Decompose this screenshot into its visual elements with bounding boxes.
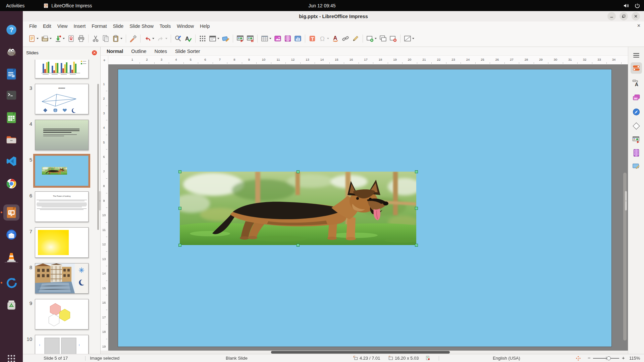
new-button[interactable] — [27, 34, 40, 44]
insert-image-button[interactable] — [273, 34, 283, 44]
menu-help[interactable]: Help — [197, 22, 213, 30]
horizontal-scrollbar-track[interactable] — [101, 351, 628, 354]
start-current-slide-button[interactable] — [245, 34, 255, 44]
redo-dropdown-icon[interactable] — [165, 38, 167, 39]
sidebar-master-slides-button[interactable] — [631, 161, 642, 172]
export-pdf-button[interactable] — [66, 34, 76, 44]
selection-handle[interactable] — [178, 244, 181, 247]
language-status[interactable]: English (USA) — [469, 356, 544, 361]
menu-edit[interactable]: Edit — [40, 22, 54, 30]
special-character-button[interactable]: Ω — [317, 34, 330, 44]
open-dropdown-icon[interactable] — [50, 38, 52, 39]
insert-chart-button[interactable] — [293, 34, 303, 44]
slide-thumbnail-4[interactable]: 4 — [23, 120, 100, 151]
duplicate-slide-button[interactable] — [378, 34, 388, 44]
selected-image[interactable] — [180, 172, 416, 245]
slide-thumbnail-7[interactable]: 7 — [23, 227, 100, 258]
activities-button[interactable]: Activities — [0, 0, 31, 11]
slide-thumbnail-10[interactable]: 10II — [23, 335, 100, 354]
redo-button[interactable] — [156, 34, 169, 44]
sidebar-shapes-button[interactable] — [631, 120, 642, 132]
table-dropdown-icon[interactable] — [269, 38, 271, 39]
slide-thumbnail-preview[interactable]: ###### — [35, 84, 89, 114]
sidebar-properties-button[interactable] — [631, 62, 642, 74]
start-first-slide-button[interactable] — [235, 34, 245, 44]
display-grid-button[interactable] — [198, 34, 208, 44]
draw-functions-button[interactable] — [351, 34, 361, 44]
menu-format[interactable]: Format — [89, 22, 110, 30]
slide-layout-status[interactable]: Blank Slide — [226, 356, 248, 361]
open-button[interactable] — [40, 34, 53, 44]
save-dropdown-icon[interactable] — [63, 38, 65, 39]
slide-layout-button[interactable] — [402, 34, 416, 44]
zoom-slider-thumb[interactable] — [607, 356, 611, 360]
power-icon[interactable] — [635, 3, 640, 8]
undo-dropdown-icon[interactable] — [152, 38, 154, 39]
save-button[interactable] — [53, 34, 66, 44]
restore-button[interactable] — [620, 12, 628, 20]
fit-slide-icon[interactable] — [576, 356, 581, 362]
sidebar-slide-transition-button[interactable] — [631, 134, 642, 145]
slide-thumbnail-preview[interactable] — [35, 299, 89, 329]
print-button[interactable] — [76, 34, 86, 44]
sidebar-animation-button[interactable] — [631, 147, 642, 159]
find-replace-button[interactable] — [173, 34, 183, 44]
slide-thumbnail-preview[interactable] — [35, 227, 89, 258]
dock-item-thunderbird[interactable] — [3, 227, 19, 243]
dock-item-trash[interactable] — [3, 297, 19, 313]
dock-item-updater[interactable] — [3, 275, 19, 291]
close-button[interactable] — [632, 12, 640, 20]
slide-thumbnail-8[interactable]: 8 — [23, 263, 100, 294]
display-views-button[interactable] — [208, 34, 221, 44]
menu-slide[interactable]: Slide — [110, 22, 126, 30]
spelling-button[interactable]: A — [183, 34, 193, 44]
undo-button[interactable] — [143, 34, 156, 44]
selection-handle[interactable] — [178, 170, 181, 173]
horizontal-ruler[interactable]: + 12345678910111213141516171819202122232… — [101, 56, 628, 65]
paste-button[interactable] — [111, 34, 124, 44]
dock-item-gimp[interactable] — [3, 44, 19, 60]
vertical-ruler[interactable]: 12345678910111213141516171819 — [101, 64, 108, 351]
new-slide-dropdown-icon[interactable] — [375, 38, 377, 39]
sidebar-gallery-button[interactable] — [631, 92, 642, 103]
zoom-percent[interactable]: 115% — [629, 356, 640, 361]
new-slide-button[interactable] — [365, 34, 378, 44]
tab-slide-sorter[interactable]: Slide Sorter — [171, 48, 204, 55]
ruler-origin-corner[interactable]: + — [101, 56, 108, 64]
menu-window[interactable]: Window — [174, 22, 197, 30]
selection-handle[interactable] — [178, 207, 181, 210]
tab-normal[interactable]: Normal — [103, 48, 127, 55]
selection-handle[interactable] — [415, 244, 418, 247]
focused-app[interactable]: LibreOffice Impress — [43, 3, 92, 8]
window-titlebar[interactable]: big.pptx - LibreOffice Impress — [23, 11, 644, 22]
insert-media-button[interactable] — [283, 34, 293, 44]
special-character-dropdown-icon[interactable] — [327, 38, 329, 39]
dock-item-vlc[interactable] — [3, 249, 19, 265]
slide-thumbnail-6[interactable]: 6The Power of looking — [23, 191, 100, 223]
menu-view[interactable]: View — [54, 22, 71, 30]
display-views-dropdown-icon[interactable] — [217, 38, 219, 39]
dock-item-impress[interactable] — [3, 204, 19, 221]
clone-formatting-button[interactable] — [128, 34, 138, 44]
hide-right-panel-handle[interactable]: › — [625, 191, 627, 210]
dock-item-help[interactable]: ? — [3, 22, 19, 38]
dock-item-calc[interactable] — [3, 110, 19, 126]
edit-mode-button[interactable] — [221, 34, 231, 44]
slide-thumbnail-preview[interactable] — [35, 120, 89, 150]
sidebar-styles-button[interactable]: A — [631, 77, 642, 88]
dock-item-app-grid[interactable] — [3, 351, 19, 362]
selection-handle[interactable] — [415, 207, 418, 210]
slide-thumbnail-preview[interactable] — [35, 156, 89, 186]
insert-textbox-button[interactable]: T — [307, 34, 317, 44]
hide-left-panel-handle[interactable]: ‹ — [99, 191, 101, 210]
volume-icon[interactable] — [623, 3, 629, 8]
cut-button[interactable] — [91, 34, 101, 44]
slide-thumbnail-preview[interactable] — [35, 263, 89, 294]
dock-item-chrome[interactable] — [3, 176, 19, 192]
delete-slide-button[interactable] — [388, 34, 398, 44]
slide-thumbnail-5[interactable]: 5 — [23, 156, 100, 187]
close-document-icon[interactable]: ✕ — [637, 23, 641, 28]
tab-outline[interactable]: Outline — [127, 48, 150, 55]
selection-handle[interactable] — [415, 170, 418, 173]
menu-slide-show[interactable]: Slide Show — [126, 22, 157, 30]
